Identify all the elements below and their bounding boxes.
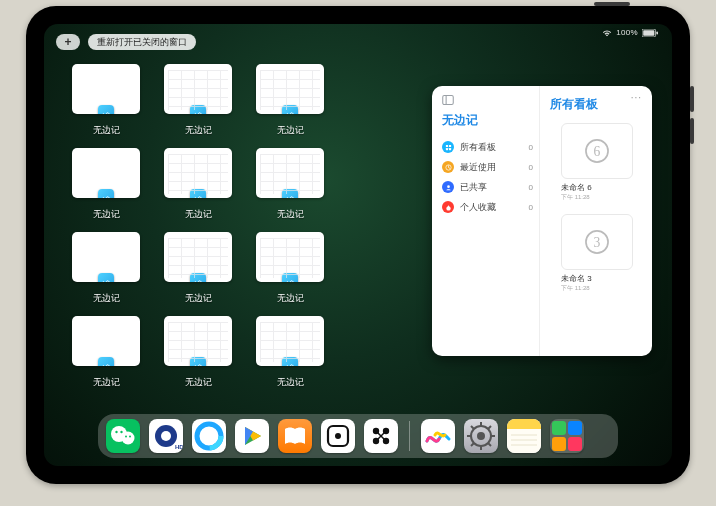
new-window-button[interactable]: + xyxy=(56,34,80,50)
qq-app[interactable]: HD xyxy=(149,419,183,453)
boards-title: 所有看板 xyxy=(550,96,642,113)
sidebar-item[interactable]: 最近使用0 xyxy=(442,157,533,177)
sidebar-toggle-icon[interactable] xyxy=(442,94,454,106)
wifi-icon xyxy=(602,29,612,37)
board-thumbnail: 3 xyxy=(561,214,633,270)
svg-rect-45 xyxy=(507,429,541,453)
battery-text: 100% xyxy=(616,28,638,37)
board-thumbnail: 6 xyxy=(561,123,633,179)
screen: 100% + 重新打开已关闭的窗口 无边记无边记无边记无边记无边记无边记无边记无… xyxy=(44,24,672,466)
qq-browser-app[interactable] xyxy=(192,419,226,453)
svg-rect-8 xyxy=(448,147,450,149)
svg-point-19 xyxy=(125,436,127,438)
svg-point-20 xyxy=(129,436,131,438)
freeform-icon xyxy=(190,273,206,282)
svg-text:3: 3 xyxy=(594,235,601,250)
svg-line-40 xyxy=(471,426,474,429)
mission-control-window[interactable]: 无边记 xyxy=(256,316,324,394)
window-thumbnail xyxy=(256,232,324,282)
window-label: 无边记 xyxy=(277,376,304,389)
svg-rect-3 xyxy=(443,96,454,105)
play-app[interactable] xyxy=(235,419,269,453)
sidebar-item-count: 0 xyxy=(529,183,533,192)
freeform-icon xyxy=(98,189,114,198)
sidebar-item-label: 已共享 xyxy=(460,181,523,194)
dice-app[interactable] xyxy=(321,419,355,453)
freeform-app-window[interactable]: 无边记 所有看板0最近使用0已共享0个人收藏0 ··· 所有看板 6未命名 6下… xyxy=(432,86,652,356)
freeform-icon xyxy=(98,357,114,366)
mission-control-window[interactable]: 无边记 xyxy=(164,316,232,394)
sidebar-item[interactable]: 已共享0 xyxy=(442,177,533,197)
mission-control-window[interactable]: 无边记 xyxy=(256,232,324,310)
window-label: 无边记 xyxy=(93,292,120,305)
mission-control-window[interactable]: 无边记 xyxy=(164,232,232,310)
window-thumbnail xyxy=(164,148,232,198)
mission-control-window[interactable]: 无边记 xyxy=(72,316,140,394)
mission-control-window[interactable]: 无边记 xyxy=(164,148,232,226)
mission-control-window[interactable]: 无边记 xyxy=(164,64,232,142)
freeform-icon xyxy=(190,357,206,366)
books-app[interactable] xyxy=(278,419,312,453)
freeform-icon xyxy=(98,273,114,282)
mission-control-window[interactable]: 无边记 xyxy=(72,232,140,310)
reopen-closed-window-button[interactable]: 重新打开已关闭的窗口 xyxy=(88,34,196,50)
svg-point-17 xyxy=(115,431,117,433)
settings-app[interactable] xyxy=(464,419,498,453)
mission-control-window[interactable]: 无边记 xyxy=(256,148,324,226)
sidebar-item-label: 个人收藏 xyxy=(460,201,523,214)
svg-rect-6 xyxy=(448,144,450,146)
svg-line-41 xyxy=(488,443,491,446)
svg-text:6: 6 xyxy=(594,144,601,159)
window-thumbnail xyxy=(72,148,140,198)
sidebar-item[interactable]: 个人收藏0 xyxy=(442,197,533,217)
sidebar-item-icon xyxy=(442,201,454,213)
window-label: 无边记 xyxy=(277,292,304,305)
volume-up-button[interactable] xyxy=(690,86,694,112)
volume-down-button[interactable] xyxy=(690,118,694,144)
more-button[interactable]: ··· xyxy=(631,92,642,103)
window-thumbnail xyxy=(256,64,324,114)
sidebar-item-icon xyxy=(442,181,454,193)
window-label: 无边记 xyxy=(185,292,212,305)
app-library[interactable] xyxy=(550,419,584,453)
ipad-frame: 100% + 重新打开已关闭的窗口 无边记无边记无边记无边记无边记无边记无边记无… xyxy=(26,6,690,484)
dots-app[interactable] xyxy=(364,419,398,453)
window-label: 无边记 xyxy=(185,124,212,137)
freeform-icon xyxy=(98,105,114,114)
window-thumbnail xyxy=(256,148,324,198)
window-thumbnail xyxy=(72,316,140,366)
freeform-icon xyxy=(282,189,298,198)
svg-rect-1 xyxy=(643,30,654,36)
window-thumbnail xyxy=(72,64,140,114)
svg-rect-7 xyxy=(445,147,447,149)
window-label: 无边记 xyxy=(277,208,304,221)
window-label: 无边记 xyxy=(93,124,120,137)
freeform-icon xyxy=(190,189,206,198)
board-card[interactable]: 6未命名 6下午 11:28 xyxy=(561,123,631,202)
mission-control-grid: 无边记无边记无边记无边记无边记无边记无边记无边记无边记无边记无边记无边记 xyxy=(72,64,412,406)
svg-rect-5 xyxy=(445,144,447,146)
power-button[interactable] xyxy=(594,2,630,6)
mission-control-window[interactable]: 无边记 xyxy=(72,64,140,142)
window-label: 无边记 xyxy=(277,124,304,137)
svg-point-18 xyxy=(120,431,122,433)
wechat-app[interactable] xyxy=(106,419,140,453)
window-thumbnail xyxy=(72,232,140,282)
freeform-app[interactable] xyxy=(421,419,455,453)
window-label: 无边记 xyxy=(185,376,212,389)
status-bar: 100% xyxy=(602,28,658,37)
dock-separator xyxy=(409,421,410,451)
window-thumbnail xyxy=(164,232,232,282)
sidebar-item[interactable]: 所有看板0 xyxy=(442,137,533,157)
window-label: 无边记 xyxy=(185,208,212,221)
freeform-icon xyxy=(282,357,298,366)
mission-control-window[interactable]: 无边记 xyxy=(256,64,324,142)
boards-pane: ··· 所有看板 6未命名 6下午 11:283未命名 3下午 11:28 xyxy=(540,86,652,356)
freeform-icon xyxy=(282,273,298,282)
freeform-icon xyxy=(190,105,206,114)
notes-app[interactable] xyxy=(507,419,541,453)
svg-point-22 xyxy=(161,431,171,441)
svg-point-10 xyxy=(447,185,450,188)
board-card[interactable]: 3未命名 3下午 11:28 xyxy=(561,214,631,293)
mission-control-window[interactable]: 无边记 xyxy=(72,148,140,226)
